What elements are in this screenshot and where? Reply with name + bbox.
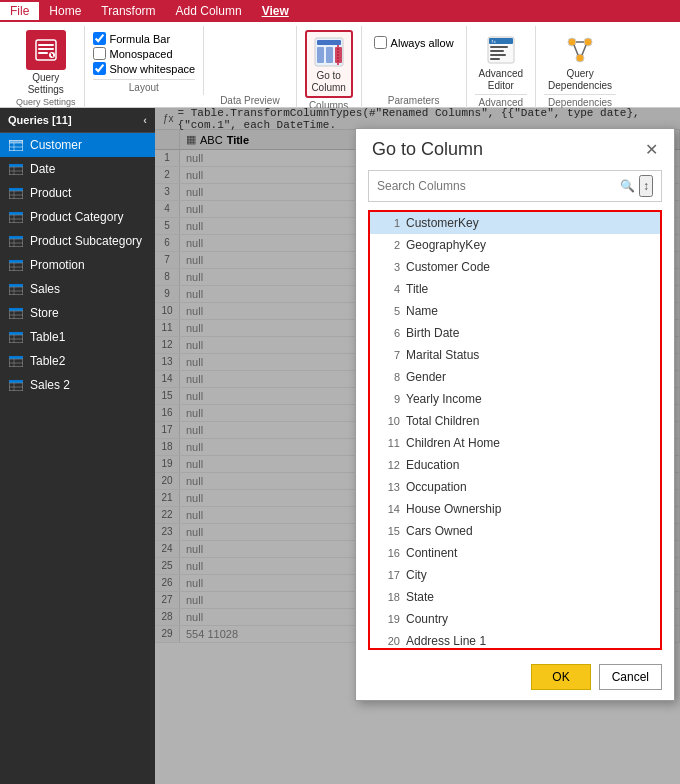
column-list-item[interactable]: 13Occupation	[370, 476, 660, 498]
query-item-sales[interactable]: Sales	[0, 277, 155, 301]
collapse-panel-button[interactable]: ‹	[143, 114, 147, 126]
svg-line-24	[574, 45, 578, 55]
sort-button[interactable]: ↕	[639, 175, 653, 197]
column-number: 1	[378, 217, 406, 229]
column-list-item[interactable]: 17City	[370, 564, 660, 586]
column-list-item[interactable]: 19Country	[370, 608, 660, 630]
advanced-editor-icon: fx	[483, 32, 519, 68]
column-list-item[interactable]: 18State	[370, 586, 660, 608]
svg-rect-19	[490, 58, 500, 60]
formula-bar-checkbox-label[interactable]: Formula Bar	[93, 32, 196, 45]
query-item-table2[interactable]: Table2	[0, 349, 155, 373]
query-table-icon	[8, 379, 24, 391]
query-item-date[interactable]: Date	[0, 157, 155, 181]
formula-bar-checkbox[interactable]	[93, 32, 106, 45]
query-item-sales-2[interactable]: Sales 2	[0, 373, 155, 397]
query-table-icon	[8, 139, 24, 151]
parameters-label: Parameters	[388, 95, 440, 106]
cancel-button[interactable]: Cancel	[599, 664, 662, 690]
query-item-label: Sales 2	[30, 378, 70, 392]
svg-rect-1	[38, 44, 54, 46]
column-list-item[interactable]: 15Cars Owned	[370, 520, 660, 542]
monospaced-checkbox-label[interactable]: Monospaced	[93, 47, 196, 60]
query-item-label: Table1	[30, 330, 65, 344]
query-dependencies-button[interactable]: QueryDependencies	[544, 30, 616, 94]
column-name: Education	[406, 458, 459, 472]
column-number: 13	[378, 481, 406, 493]
column-list-item[interactable]: 12Education	[370, 454, 660, 476]
column-list-item[interactable]: 10Total Children	[370, 410, 660, 432]
monospaced-checkbox[interactable]	[93, 47, 106, 60]
query-dependencies-icon	[562, 32, 598, 68]
query-settings-button[interactable]: QuerySettings Query Settings	[8, 26, 85, 109]
query-item-table1[interactable]: Table1	[0, 325, 155, 349]
svg-rect-77	[9, 380, 23, 383]
column-list-item[interactable]: 16Continent	[370, 542, 660, 564]
menu-transform[interactable]: Transform	[91, 2, 165, 20]
query-item-store[interactable]: Store	[0, 301, 155, 325]
column-number: 16	[378, 547, 406, 559]
show-whitespace-checkbox[interactable]	[93, 62, 106, 75]
column-list-item[interactable]: 8Gender	[370, 366, 660, 388]
column-list-item[interactable]: 11Children At Home	[370, 432, 660, 454]
menu-file[interactable]: File	[0, 2, 39, 20]
data-preview-label: Data Preview	[220, 95, 279, 106]
search-box: 🔍 ↕	[368, 170, 662, 202]
advanced-group: fx AdvancedEditor Advanced	[467, 26, 536, 112]
svg-rect-32	[9, 164, 23, 167]
query-item-product[interactable]: Product	[0, 181, 155, 205]
column-list-item[interactable]: 9Yearly Income	[370, 388, 660, 410]
query-item-promotion[interactable]: Promotion	[0, 253, 155, 277]
column-name: Children At Home	[406, 436, 500, 450]
column-list-item[interactable]: 7Marital Status	[370, 344, 660, 366]
column-list-item[interactable]: 1CustomerKey	[370, 212, 660, 234]
query-item-product-category[interactable]: Product Category	[0, 205, 155, 229]
column-list-item[interactable]: 5Name	[370, 300, 660, 322]
query-item-product-subcategory[interactable]: Product Subcategory	[0, 229, 155, 253]
column-number: 8	[378, 371, 406, 383]
column-number: 12	[378, 459, 406, 471]
query-item-label: Customer	[30, 138, 82, 152]
show-whitespace-checkbox-label[interactable]: Show whitespace	[93, 62, 196, 75]
column-list-item[interactable]: 14House Ownership	[370, 498, 660, 520]
query-item-label: Product Category	[30, 210, 123, 224]
svg-line-25	[582, 45, 586, 55]
menu-add-column[interactable]: Add Column	[166, 2, 252, 20]
always-allow-checkbox[interactable]	[374, 36, 387, 49]
column-list-item[interactable]: 2GeographyKey	[370, 234, 660, 256]
column-list-item[interactable]: 3Customer Code	[370, 256, 660, 278]
query-item-label: Product Subcategory	[30, 234, 142, 248]
go-to-column-modal: Go to Column ✕ 🔍 ↕ 1CustomerKey2Geograph…	[355, 128, 675, 701]
query-table-icon	[8, 235, 24, 247]
svg-rect-16	[490, 46, 508, 48]
column-list-item[interactable]: 20Address Line 1	[370, 630, 660, 650]
svg-rect-17	[490, 50, 504, 52]
menu-view[interactable]: View	[252, 2, 299, 20]
parameters-group: Always allow Parameters	[362, 26, 467, 108]
query-table-icon	[8, 163, 24, 175]
ok-button[interactable]: OK	[531, 664, 590, 690]
svg-rect-10	[326, 47, 333, 63]
svg-rect-52	[9, 260, 23, 263]
advanced-editor-button[interactable]: fx AdvancedEditor	[475, 30, 527, 94]
column-list-item[interactable]: 6Birth Date	[370, 322, 660, 344]
column-name: Continent	[406, 546, 457, 560]
menu-bar: File Home Transform Add Column View	[0, 0, 680, 22]
query-item-label: Table2	[30, 354, 65, 368]
modal-title: Go to Column	[372, 139, 483, 160]
column-number: 15	[378, 525, 406, 537]
column-number: 14	[378, 503, 406, 515]
column-list-item[interactable]: 4Title	[370, 278, 660, 300]
svg-rect-18	[490, 54, 506, 56]
go-to-column-button[interactable]: Go toColumn	[305, 30, 353, 98]
modal-close-button[interactable]: ✕	[645, 140, 658, 159]
menu-home[interactable]: Home	[39, 2, 91, 20]
column-name: City	[406, 568, 427, 582]
svg-rect-2	[38, 48, 54, 50]
column-name: Birth Date	[406, 326, 459, 340]
data-preview-group: Data Preview	[204, 26, 296, 108]
svg-rect-67	[9, 332, 23, 335]
layout-checkboxes: Formula Bar Monospaced Show whitespace	[93, 28, 196, 79]
query-item-customer[interactable]: Customer	[0, 133, 155, 157]
search-columns-input[interactable]	[377, 179, 616, 193]
